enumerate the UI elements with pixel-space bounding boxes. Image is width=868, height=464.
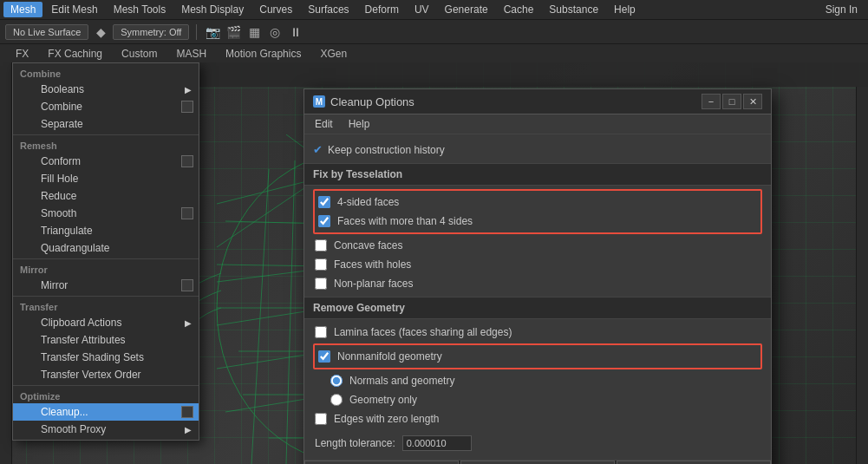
minimize-button[interactable]: − bbox=[702, 94, 721, 109]
mirror-checkbox[interactable] bbox=[181, 279, 193, 291]
tab-fx-caching[interactable]: FX Caching bbox=[39, 46, 111, 62]
maximize-button[interactable]: □ bbox=[722, 94, 741, 109]
surface-icon[interactable]: ◆ bbox=[92, 23, 109, 41]
dialog-controls: − □ ✕ bbox=[702, 94, 762, 109]
menu-conform[interactable]: Conform bbox=[13, 153, 199, 170]
tabs-bar: FX FX Caching Custom MASH Motion Graphic… bbox=[0, 43, 868, 62]
menu-reduce[interactable]: Reduce bbox=[13, 187, 199, 205]
combine-checkbox[interactable] bbox=[181, 101, 193, 113]
menu-mesh[interactable]: Mesh bbox=[3, 2, 42, 17]
menu-transfer-attributes[interactable]: Transfer Attributes bbox=[13, 331, 199, 349]
menu-help[interactable]: Help bbox=[607, 2, 643, 17]
label-non-planar: Non-planar faces bbox=[334, 278, 413, 290]
checkbox-nonmanifold[interactable] bbox=[318, 350, 330, 363]
option-non-planar: Non-planar faces bbox=[313, 274, 762, 293]
cleanup-button[interactable]: Cleanup bbox=[304, 461, 459, 464]
smooth-checkbox[interactable] bbox=[181, 207, 193, 219]
dialog-content[interactable]: ✔ Keep construction history Fix by Tesse… bbox=[304, 134, 771, 460]
menu-combine[interactable]: Combine bbox=[13, 98, 199, 115]
close-button[interactable]: ✕ bbox=[743, 94, 762, 109]
length-tolerance-input[interactable] bbox=[402, 435, 472, 451]
checkbox-faces-holes[interactable] bbox=[315, 258, 327, 271]
viewport-scrollbar[interactable] bbox=[856, 87, 868, 464]
keep-history-row: ✔ Keep construction history bbox=[313, 140, 762, 160]
close-dialog-button[interactable]: Close bbox=[617, 461, 771, 464]
menu-booleans[interactable]: Booleans ▶ bbox=[13, 81, 199, 98]
checkbox-zero-length[interactable] bbox=[315, 413, 327, 425]
menu-mirror[interactable]: Mirror bbox=[13, 277, 199, 294]
label-normals-geometry: Normals and geometry bbox=[349, 375, 454, 387]
tab-motion-graphics[interactable]: Motion Graphics bbox=[217, 46, 310, 62]
sep-3 bbox=[13, 296, 199, 297]
menu-fill-hole[interactable]: Fill Hole bbox=[13, 170, 199, 187]
option-4sided-faces: 4-sided faces bbox=[317, 193, 759, 212]
menu-separate[interactable]: Separate bbox=[13, 115, 199, 133]
render-icon[interactable]: 🎬 bbox=[225, 23, 242, 41]
checkbox-non-planar[interactable] bbox=[315, 278, 327, 290]
clipboard-arrow: ▶ bbox=[185, 318, 192, 328]
dialog-menu-edit[interactable]: Edit bbox=[311, 116, 336, 132]
menu-bar: Mesh Edit Mesh Mesh Tools Mesh Display C… bbox=[0, 0, 868, 19]
symmetry-btn[interactable]: Symmetry: Off bbox=[113, 24, 189, 40]
smooth-proxy-arrow: ▶ bbox=[185, 425, 192, 435]
menu-mesh-display[interactable]: Mesh Display bbox=[174, 2, 251, 17]
menu-curves[interactable]: Curves bbox=[252, 2, 299, 17]
grid-icon[interactable]: ▦ bbox=[245, 23, 263, 41]
checkbox-faces-more-4[interactable] bbox=[318, 215, 330, 227]
radio-geometry-only[interactable] bbox=[330, 394, 343, 406]
tab-custom[interactable]: Custom bbox=[113, 46, 166, 62]
menu-generate[interactable]: Generate bbox=[438, 2, 495, 17]
checkbox-4sided[interactable] bbox=[318, 196, 330, 208]
section-combine: Combine bbox=[13, 65, 199, 81]
checkbox-lamina[interactable] bbox=[315, 326, 327, 338]
dialog-footer: Cleanup Apply Close bbox=[304, 460, 771, 464]
menu-smooth[interactable]: Smooth bbox=[13, 205, 199, 222]
target-icon[interactable]: ◎ bbox=[266, 23, 284, 41]
tab-mash[interactable]: MASH bbox=[167, 46, 215, 62]
apply-button[interactable]: Apply bbox=[460, 461, 615, 464]
menu-quadrangulate[interactable]: Quadrangulate bbox=[13, 239, 199, 257]
menu-transfer-shading[interactable]: Transfer Shading Sets bbox=[13, 349, 199, 366]
dialog-titlebar: M Cleanup Options − □ ✕ bbox=[304, 89, 771, 114]
menu-uv[interactable]: UV bbox=[408, 2, 436, 17]
label-zero-length: Edges with zero length bbox=[334, 413, 439, 425]
svg-line-7 bbox=[251, 169, 269, 464]
camera-icon[interactable]: 📷 bbox=[204, 23, 221, 41]
cleanup-dialog: M Cleanup Options − □ ✕ Edit Help ✔ Keep… bbox=[303, 88, 772, 464]
nonmanifold-highlight-box: Nonmanifold geometry bbox=[313, 343, 762, 369]
tab-fx[interactable]: FX bbox=[7, 46, 37, 62]
menu-clipboard-actions[interactable]: Clipboard Actions ▶ bbox=[13, 314, 199, 331]
no-live-surface-btn[interactable]: No Live Surface bbox=[5, 24, 88, 40]
menu-mesh-tools[interactable]: Mesh Tools bbox=[107, 2, 173, 17]
radio-normals-geometry[interactable] bbox=[330, 375, 343, 387]
menu-substance[interactable]: Substance bbox=[542, 2, 605, 17]
label-faces-holes: Faces with holes bbox=[334, 258, 411, 271]
label-concave: Concave faces bbox=[334, 239, 402, 252]
checkbox-concave[interactable] bbox=[315, 239, 327, 252]
option-faces-more-than-4: Faces with more than 4 sides bbox=[317, 212, 759, 231]
conform-checkbox[interactable] bbox=[181, 155, 193, 167]
pause-icon[interactable]: ⏸ bbox=[287, 23, 304, 41]
dialog-title-icon: M bbox=[313, 95, 325, 108]
menu-cache[interactable]: Cache bbox=[497, 2, 541, 17]
keep-history-label: Keep construction history bbox=[328, 144, 445, 156]
keep-history-check-icon: ✔ bbox=[313, 143, 323, 156]
menu-surfaces[interactable]: Surfaces bbox=[301, 2, 356, 17]
section-transfer: Transfer bbox=[13, 298, 199, 314]
main-area: Show Renderer Pan ⊞ ⊟ ◧ bbox=[0, 62, 868, 464]
menu-transfer-vertex-order[interactable]: Transfer Vertex Order bbox=[13, 366, 199, 383]
menu-deform[interactable]: Deform bbox=[358, 2, 406, 17]
option-geometry-only: Geometry only bbox=[313, 390, 762, 409]
menu-smooth-proxy[interactable]: Smooth Proxy ▶ bbox=[13, 421, 199, 438]
signin-button[interactable]: Sign In bbox=[819, 2, 865, 17]
menu-edit-mesh[interactable]: Edit Mesh bbox=[44, 2, 104, 17]
tab-xgen[interactable]: XGen bbox=[311, 46, 356, 62]
dialog-menu-help[interactable]: Help bbox=[345, 116, 374, 132]
menu-triangulate[interactable]: Triangulate bbox=[13, 222, 199, 239]
dropdown-menu: Combine Booleans ▶ Combine Separate Reme… bbox=[12, 62, 199, 441]
menu-cleanup[interactable]: Cleanup... bbox=[13, 403, 199, 421]
length-tolerance-row: Length tolerance: bbox=[313, 432, 762, 454]
booleans-arrow: ▶ bbox=[185, 85, 192, 95]
cleanup-checkbox[interactable] bbox=[181, 406, 193, 418]
length-tolerance-label: Length tolerance: bbox=[315, 437, 395, 449]
